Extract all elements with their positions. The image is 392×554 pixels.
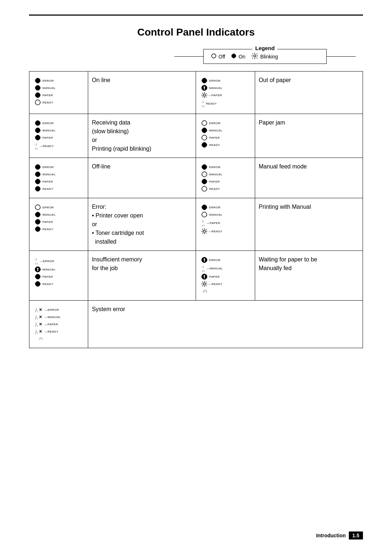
description-cell-6: System error xyxy=(88,301,363,348)
indicator-cell-3-right: ERROR MANUAL PAPER READY xyxy=(196,158,255,198)
manual-led-on xyxy=(201,127,208,134)
description-text: Insufficient memoryfor the job xyxy=(92,256,142,271)
top-rule xyxy=(29,15,363,16)
description-cell-1-right: Out of paper xyxy=(255,72,363,114)
led-label: MANUAL xyxy=(209,213,222,216)
svg-line-35 xyxy=(202,285,203,286)
led-label: READY xyxy=(42,187,53,191)
ready-led-on xyxy=(34,226,41,232)
led-row: READY xyxy=(34,186,83,192)
led-label: —MANUAL xyxy=(45,315,61,319)
led-row: MANUAL xyxy=(34,171,83,178)
indicator-cell-3-left: ERROR MANUAL PAPER READY xyxy=(29,158,88,198)
led-group: ERROR ↓/ \ —MANUAL PAPER xyxy=(200,255,251,296)
ready-led-blink xyxy=(201,281,208,287)
blink-lines-manual: ↓/ \ xyxy=(202,264,204,273)
led-row: ↓/ \ ✕ —ERROR xyxy=(34,306,83,313)
error-led-on xyxy=(34,77,41,84)
led-label: ERROR xyxy=(42,166,54,169)
error-led-on xyxy=(34,164,41,170)
led-label: READY xyxy=(209,187,220,191)
indicator-cell-2-right: ERROR MANUAL PAPER READY xyxy=(196,114,255,158)
blink-lines-paper: ↓/ \ xyxy=(202,219,204,227)
indicator-cell-4-right: ERROR MANUAL ↓/ \ —PAPER xyxy=(196,198,255,251)
led-row: MANUAL xyxy=(34,85,83,91)
led-row: PAPER xyxy=(201,273,249,280)
error-led-on xyxy=(201,204,208,211)
paper-led-on xyxy=(34,134,41,141)
led-label: MANUAL xyxy=(42,268,56,271)
svg-point-27 xyxy=(203,283,205,285)
svg-line-5 xyxy=(252,53,253,54)
svg-line-25 xyxy=(206,229,207,230)
description-cell-1-left: On line xyxy=(88,72,196,114)
led-row: —READY xyxy=(201,228,249,235)
led-row: MANUAL xyxy=(34,211,83,218)
led-label: —PAPER xyxy=(208,94,222,97)
led-row: PAPER xyxy=(34,273,83,280)
svg-line-8 xyxy=(252,58,253,58)
led-label: PAPER xyxy=(209,275,220,278)
indicator-table: ERROR MANUAL PAPER READY xyxy=(29,71,363,348)
indicator-cell-5-right: ERROR ↓/ \ —MANUAL PAPER xyxy=(196,251,255,301)
table-row: ERROR MANUAL PAPER READY xyxy=(29,158,363,198)
svg-line-34 xyxy=(206,282,207,282)
svg-line-7 xyxy=(257,53,257,54)
manual-led-on xyxy=(34,211,41,218)
description-text: Off-line xyxy=(92,163,110,170)
led-label: MANUAL xyxy=(209,173,222,176)
description-text: Manual feed mode xyxy=(259,163,307,170)
indicator-cell-6-left: ↓/ \ ✕ —ERROR ↓/ \ ✕ —MANUAL xyxy=(29,301,88,348)
led-row: —PAPER xyxy=(201,92,249,98)
description-cell-3-left: Off-line xyxy=(88,158,196,198)
legend-title: Legend xyxy=(252,45,277,51)
led-label: —READY xyxy=(45,330,59,333)
ready-led-on xyxy=(34,186,41,192)
manual-led-off xyxy=(201,171,208,178)
blink-marker: / \ xyxy=(203,289,207,293)
led-label: MANUAL xyxy=(42,86,56,90)
description-cell-4-right: Printing with Manual xyxy=(255,198,363,251)
led-row: ERROR xyxy=(34,204,83,211)
led-label: PAPER xyxy=(42,180,53,183)
led-label: READY xyxy=(209,143,220,147)
led-row: PAPER xyxy=(34,219,83,225)
led-group: ERROR MANUAL PAPER READY xyxy=(33,76,84,107)
led-row: ERROR xyxy=(34,77,83,84)
svg-point-9 xyxy=(203,94,205,96)
description-cell-5-right: Waiting for paper to beManually fed xyxy=(255,251,363,301)
legend-on: On xyxy=(231,53,245,60)
indicator-cell-5-left: ↓/ \ —ERROR MANUAL PAPER xyxy=(29,251,88,301)
paper-led-blink xyxy=(201,92,208,98)
led-row: / \ xyxy=(201,288,249,294)
led-label: PAPER xyxy=(42,275,53,278)
led-row: ↓/ \ ✕ —READY xyxy=(34,328,83,335)
led-group: ERROR MANUAL xyxy=(200,76,251,109)
description-text: Error:• Printer cover openor• Toner cart… xyxy=(92,204,144,245)
led-label: ERROR xyxy=(42,206,54,209)
led-label: PAPER xyxy=(42,220,53,224)
svg-line-23 xyxy=(202,229,203,230)
blink-lines-error: ↓/ \ xyxy=(35,257,38,265)
led-row: MANUAL xyxy=(201,127,249,134)
legend-on-icon xyxy=(231,53,237,60)
led-label: PAPER xyxy=(42,136,53,139)
manual-led-big xyxy=(34,266,41,273)
footer-bar: Introduction 1.5 xyxy=(316,531,363,539)
led-row: MANUAL xyxy=(201,85,249,91)
led-row: ↓/ \ —PAPER xyxy=(201,219,249,227)
table-row: ERROR MANUAL PAPER READY xyxy=(29,72,363,114)
led-group: ERROR MANUAL PAPER READY xyxy=(200,162,251,194)
error-led-off xyxy=(34,204,41,211)
led-label: MANUAL xyxy=(209,129,222,132)
led-label: MANUAL xyxy=(42,173,56,176)
led-label: MANUAL xyxy=(42,129,56,132)
paper-led-on xyxy=(34,273,41,280)
led-group: ERROR MANUAL PAPER READY xyxy=(200,118,251,150)
error-led-big xyxy=(201,257,208,263)
ready-led-blink xyxy=(201,228,208,235)
led-group: ↓/ \ —ERROR MANUAL PAPER xyxy=(33,255,84,289)
page-container: Control Panel Indicators Legend Off xyxy=(0,0,392,377)
led-label: —READY xyxy=(208,230,222,233)
led-row: MANUAL xyxy=(34,127,83,134)
